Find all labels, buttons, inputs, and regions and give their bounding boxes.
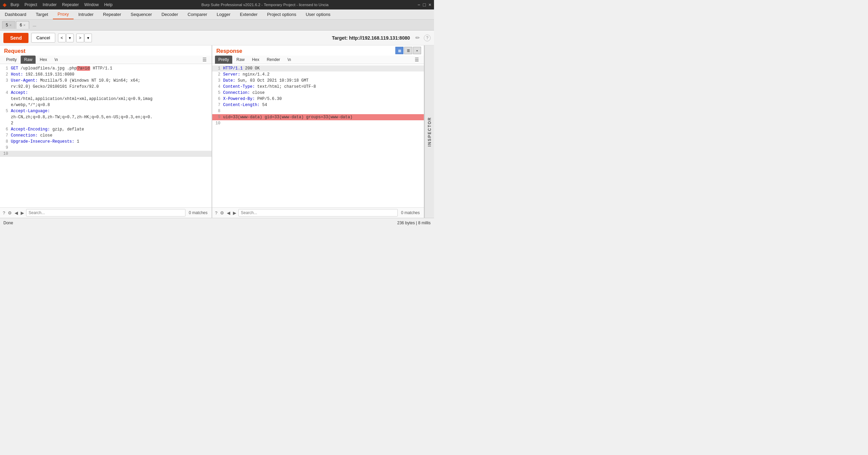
menu-window[interactable]: Window <box>84 2 99 7</box>
menubar-extender[interactable]: Extender <box>235 9 262 19</box>
cancel-button[interactable]: Cancel <box>31 33 55 43</box>
menubar-project-options[interactable]: Project options <box>262 9 301 19</box>
minimize-button[interactable]: − <box>417 2 420 7</box>
request-line-9: 9 <box>0 145 212 151</box>
titlebar-title: Burp Suite Professional v2021.6.2 - Temp… <box>113 3 417 7</box>
tab-5-close[interactable]: × <box>9 23 12 27</box>
request-help-icon[interactable]: ? <box>2 210 6 216</box>
request-search-input[interactable] <box>26 209 185 216</box>
menubar-decoder[interactable]: Decoder <box>157 9 183 19</box>
request-line-3b: rv:92.0) Gecko/20100101 Firefox/92.0 <box>0 84 212 90</box>
request-line-4b: text/html,application/xhtml+xml,applicat… <box>0 96 212 102</box>
request-line-10: 10 <box>0 151 212 157</box>
inspector-label: INSPECTOR <box>427 117 432 147</box>
close-button[interactable]: × <box>429 2 431 7</box>
menu-repeater[interactable]: Repeater <box>62 2 79 7</box>
view-split-icon[interactable]: ▦ <box>395 47 403 54</box>
nav-group-prev: < ▾ <box>58 34 74 42</box>
request-line-7: 7 Connection: close <box>0 132 212 139</box>
response-search-next-icon[interactable]: ▶ <box>232 210 237 216</box>
tab-6-close[interactable]: × <box>23 23 25 27</box>
titlebar: ◈ Burp Project Intruder Repeater Window … <box>0 0 434 9</box>
menubar-comparer[interactable]: Comparer <box>183 9 212 19</box>
maximize-button[interactable]: □ <box>423 2 426 7</box>
menubar-dashboard[interactable]: Dashboard <box>0 9 31 19</box>
response-line-9: 9 uid=33(www-data) gid=33(www-data) grou… <box>212 114 424 120</box>
request-tabs: Pretty Raw Hex \n ☰ <box>0 56 212 64</box>
nav-group-next: > ▾ <box>76 34 92 42</box>
response-line-2: 2 Server: nginx/1.4.2 <box>212 71 424 78</box>
menubar-intruder[interactable]: Intruder <box>74 9 98 19</box>
status-left: Done <box>3 221 13 225</box>
tab-6-label: 6 <box>20 23 22 27</box>
request-menu-icon[interactable]: ☰ <box>200 56 209 64</box>
response-code-area[interactable]: 1 HTTP/1.1 200 OK 2 Server: nginx/1.4.2 … <box>212 64 424 207</box>
menu-project[interactable]: Project <box>24 2 37 7</box>
view-toggle: ▦ ☰ ▪ <box>395 47 421 54</box>
nav-next-down-button[interactable]: ▾ <box>84 34 92 42</box>
response-tab-render[interactable]: Render <box>263 56 283 64</box>
response-panel: Response ▦ ☰ ▪ Pretty Raw Hex Render \n … <box>212 45 425 218</box>
request-line-4a: 4 Accept: <box>0 90 212 96</box>
request-tab-pretty[interactable]: Pretty <box>3 56 20 64</box>
menubar-target[interactable]: Target <box>31 9 53 19</box>
request-search-prev-icon[interactable]: ◀ <box>14 210 19 216</box>
tabbar: 5 × 6 × ... <box>0 20 434 30</box>
response-search-prev-icon[interactable]: ◀ <box>226 210 231 216</box>
response-line-4: 4 Content-Type: text/html; charset=UTF-8 <box>212 84 424 90</box>
response-settings-icon[interactable]: ⚙ <box>219 210 225 216</box>
response-help-icon[interactable]: ? <box>214 210 218 216</box>
request-code-area[interactable]: 1 GET /uploadfiles/a.jpg .php?a=id HTTP/… <box>0 64 212 207</box>
menubar-repeater[interactable]: Repeater <box>98 9 126 19</box>
nav-prev-down-button[interactable]: ▾ <box>66 34 74 42</box>
send-button[interactable]: Send <box>3 33 28 43</box>
titlebar-controls: − □ × <box>417 2 431 7</box>
target-help-icon[interactable]: ? <box>424 35 431 41</box>
response-search-input[interactable] <box>238 209 397 216</box>
request-line-2: 2 Host: 192.168.119.131:8080 <box>0 71 212 78</box>
response-tab-pretty[interactable]: Pretty <box>215 56 232 64</box>
response-menu-icon[interactable]: ☰ <box>413 56 421 64</box>
status-right: 236 bytes | 8 millis <box>397 221 431 225</box>
tab-more[interactable]: ... <box>30 21 39 29</box>
titlebar-left: ◈ Burp Project Intruder Repeater Window … <box>3 2 113 7</box>
menubar: Dashboard Target Proxy Intruder Repeater… <box>0 9 434 20</box>
request-settings-icon[interactable]: ⚙ <box>7 210 13 216</box>
request-search-next-icon[interactable]: ▶ <box>20 210 25 216</box>
nav-next-button[interactable]: > <box>76 34 84 42</box>
response-line-5: 5 Connection: close <box>212 90 424 96</box>
request-tab-raw[interactable]: Raw <box>21 56 36 64</box>
response-line-6: 6 X-Powered-By: PHP/5.6.30 <box>212 96 424 102</box>
request-line-5b: zh-CN,zh;q=0.8,zh-TW;q=0.7,zh-HK;q=0.5,e… <box>0 114 212 120</box>
tab-5[interactable]: 5 × <box>2 21 15 29</box>
request-title: Request <box>0 45 212 56</box>
request-tab-newline[interactable]: \n <box>51 56 61 64</box>
response-tabs: Pretty Raw Hex Render \n ☰ <box>212 56 424 64</box>
menubar-sequencer[interactable]: Sequencer <box>126 9 157 19</box>
response-line-3: 3 Date: Sun, 03 Oct 2021 10:39:18 GMT <box>212 78 424 84</box>
request-search-matches: 0 matches <box>187 210 210 215</box>
response-tab-newline[interactable]: \n <box>284 56 294 64</box>
request-line-5a: 5 Accept-Language: <box>0 108 212 114</box>
response-tab-raw[interactable]: Raw <box>233 56 248 64</box>
tab-5-label: 5 <box>6 23 8 27</box>
request-search-bar: ? ⚙ ◀ ▶ 0 matches <box>0 207 212 218</box>
response-tab-hex[interactable]: Hex <box>249 56 262 64</box>
menu-intruder[interactable]: Intruder <box>43 2 57 7</box>
response-line-8: 8 <box>212 108 424 114</box>
response-line-7: 7 Content-Length: 54 <box>212 102 424 108</box>
nav-prev-button[interactable]: < <box>58 34 66 42</box>
view-grid-icon[interactable]: ▪ <box>413 47 421 54</box>
request-line-1: 1 GET /uploadfiles/a.jpg .php?a=id HTTP/… <box>0 65 212 71</box>
view-list-icon[interactable]: ☰ <box>404 47 412 54</box>
request-tab-hex[interactable]: Hex <box>36 56 50 64</box>
menu-help[interactable]: Help <box>104 2 113 7</box>
tab-6[interactable]: 6 × <box>16 21 29 29</box>
inspector-sidebar[interactable]: INSPECTOR <box>425 45 434 218</box>
menu-burp[interactable]: Burp <box>11 2 19 7</box>
target-edit-icon[interactable]: ✏ <box>415 35 420 41</box>
menubar-proxy[interactable]: Proxy <box>53 9 74 19</box>
menubar-logger[interactable]: Logger <box>212 9 235 19</box>
menubar-user-options[interactable]: User options <box>301 9 335 19</box>
main-content: Request Pretty Raw Hex \n ☰ 1 GET /uploa… <box>0 45 434 218</box>
